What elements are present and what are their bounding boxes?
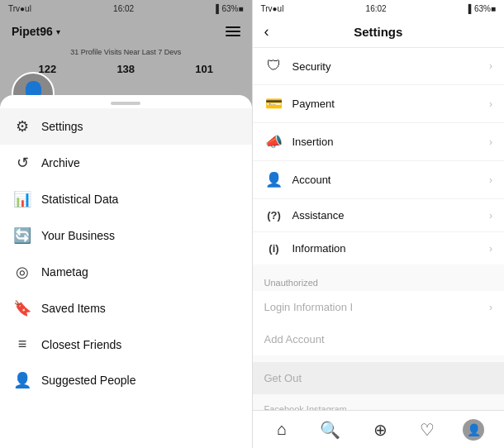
right-carrier: Trv●ul	[261, 4, 284, 13]
information-chevron-icon: ›	[489, 243, 492, 255]
information-icon: (i)	[264, 242, 284, 255]
payment-label: Payment	[292, 98, 490, 110]
account-label: Account	[292, 174, 490, 186]
account-icon: 👤	[264, 171, 284, 188]
menu-label-your-business: Your Business	[41, 229, 115, 242]
information-label: Information	[292, 242, 490, 255]
menu-item-nametag[interactable]: ◎ Nametag	[0, 254, 252, 290]
business-icon: 🔄	[13, 226, 31, 245]
left-panel: Trv●ul 16:02 ▌63%■ Pipet96 ▾ 31 Profile …	[0, 0, 252, 448]
settings-item-information[interactable]: (i) Information ›	[253, 232, 505, 265]
security-chevron-icon: ›	[489, 60, 492, 72]
profile-nav-button[interactable]: 👤	[463, 419, 484, 441]
left-time: 16:02	[113, 4, 134, 13]
settings-item-assistance[interactable]: (?) Assistance ›	[253, 199, 505, 232]
left-battery: ▌63%■	[216, 4, 243, 13]
menu-label-suggested-people: Suggested People	[41, 374, 136, 387]
chart-icon: 📊	[13, 190, 31, 208]
assistance-icon: (?)	[264, 209, 284, 222]
add-account-label: Add Account	[264, 333, 493, 346]
menu-item-settings[interactable]: ⚙ Settings	[0, 108, 252, 145]
menu-item-suggested-people[interactable]: 👤 Suggested People	[0, 362, 252, 398]
right-header: ‹ Settings	[253, 17, 505, 48]
login-info-chevron-icon: ›	[489, 302, 492, 313]
login-section: Login Information I › Add Account	[253, 291, 505, 355]
assistance-chevron-icon: ›	[489, 210, 492, 222]
menu-label-saved-items: Saved Items	[41, 302, 106, 315]
menu-item-archive[interactable]: ↺ Archive	[0, 145, 252, 181]
payment-chevron-icon: ›	[489, 98, 492, 110]
menu-item-statistical-data[interactable]: 📊 Statistical Data	[0, 181, 252, 217]
menu-label-statistical-data: Statistical Data	[41, 193, 118, 206]
profile-visits: 31 Profile Visits Near Last 7 Devs	[0, 46, 252, 58]
left-carrier: Trv●ul	[8, 4, 31, 13]
hamburger-line-1	[226, 26, 240, 28]
main-settings-section: 🛡 Security › 💳 Payment › 📣 Insertion › 👤…	[253, 48, 505, 265]
megaphone-icon: 📣	[264, 133, 284, 150]
menu-label-closest-friends: Closest Friends	[41, 338, 121, 351]
insertion-chevron-icon: ›	[489, 136, 492, 148]
assistance-label: Assistance	[292, 209, 490, 222]
right-battery: ▌63%■	[468, 4, 496, 13]
add-nav-button[interactable]: ⊕	[368, 415, 392, 445]
menu-label-settings: Settings	[41, 120, 83, 133]
unauthorized-label: Unauthorized	[253, 271, 505, 291]
menu-item-your-business[interactable]: 🔄 Your Business	[0, 217, 252, 254]
profile-nav-icon: 👤	[467, 423, 481, 436]
page-title: Settings	[354, 25, 402, 39]
hamburger-button[interactable]	[226, 26, 240, 36]
shield-icon: 🛡	[264, 58, 284, 74]
back-button[interactable]: ‹	[264, 23, 269, 41]
username-text: Pipet96	[12, 25, 53, 38]
home-nav-button[interactable]: ⌂	[272, 415, 292, 444]
nametag-icon: ◎	[13, 263, 31, 281]
settings-list: 🛡 Security › 💳 Payment › 📣 Insertion › 👤…	[253, 48, 505, 410]
hamburger-line-2	[226, 31, 240, 32]
right-time: 16:02	[366, 4, 387, 13]
left-header: Pipet96 ▾	[0, 17, 252, 46]
get-out-label: Get Out	[264, 372, 493, 384]
hamburger-line-3	[226, 35, 240, 36]
settings-icon: ⚙	[13, 117, 31, 136]
menu-card: ⚙ Settings ↺ Archive 📊 Statistical Data …	[0, 95, 252, 448]
bottom-nav: ⌂ 🔍 ⊕ ♡ 👤	[253, 410, 505, 448]
username-area[interactable]: Pipet96 ▾	[12, 25, 60, 38]
menu-item-saved-items[interactable]: 🔖 Saved Items	[0, 290, 252, 326]
add-person-icon: 👤	[13, 371, 31, 389]
menu-item-closest-friends[interactable]: ≡ Closest Friends	[0, 326, 252, 362]
right-panel: Trv●ul 16:02 ▌63%■ ‹ Settings 🛡 Security…	[253, 0, 505, 448]
heart-nav-button[interactable]: ♡	[415, 415, 440, 445]
insertion-label: Insertion	[292, 136, 490, 148]
settings-item-add-account[interactable]: Add Account	[253, 323, 505, 355]
account-chevron-icon: ›	[489, 174, 492, 186]
security-label: Security	[292, 60, 490, 73]
right-status-bar: Trv●ul 16:02 ▌63%■	[253, 0, 505, 17]
menu-label-archive: Archive	[41, 156, 80, 169]
archive-icon: ↺	[13, 154, 31, 172]
settings-item-payment[interactable]: 💳 Payment ›	[253, 85, 505, 123]
left-status-bar: Trv●ul 16:02 ▌63%■	[0, 0, 252, 17]
fb-insta-label: Facebook Instagram	[253, 398, 505, 410]
search-nav-button[interactable]: 🔍	[315, 415, 345, 445]
login-info-label: Login Information I	[264, 301, 490, 313]
payment-icon: 💳	[264, 95, 284, 112]
chevron-down-icon: ▾	[56, 27, 60, 36]
menu-handle	[111, 102, 140, 105]
settings-item-insertion[interactable]: 📣 Insertion ›	[253, 123, 505, 161]
menu-label-nametag: Nametag	[41, 265, 88, 279]
settings-item-security[interactable]: 🛡 Security ›	[253, 48, 505, 85]
settings-item-account[interactable]: 👤 Account ›	[253, 161, 505, 199]
settings-item-login-info[interactable]: Login Information I ›	[253, 291, 505, 323]
list-icon: ≡	[13, 336, 31, 353]
bookmark-icon: 🔖	[13, 299, 31, 317]
settings-item-get-out[interactable]: Get Out	[253, 362, 505, 394]
